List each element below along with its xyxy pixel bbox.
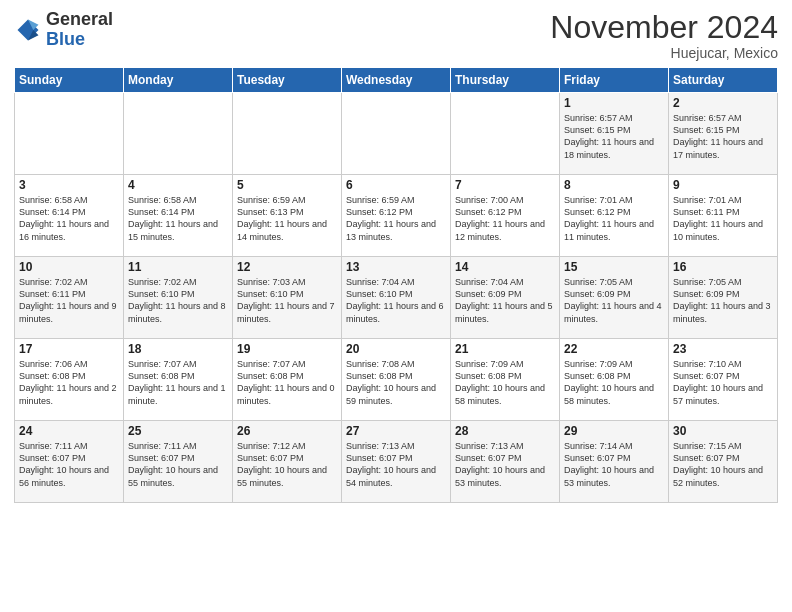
day-info: Sunrise: 7:04 AM Sunset: 6:09 PM Dayligh… xyxy=(455,276,555,325)
calendar-week-0: 1Sunrise: 6:57 AM Sunset: 6:15 PM Daylig… xyxy=(15,93,778,175)
calendar-cell: 30Sunrise: 7:15 AM Sunset: 6:07 PM Dayli… xyxy=(669,421,778,503)
calendar-week-2: 10Sunrise: 7:02 AM Sunset: 6:11 PM Dayli… xyxy=(15,257,778,339)
day-info: Sunrise: 6:59 AM Sunset: 6:13 PM Dayligh… xyxy=(237,194,337,243)
day-number: 10 xyxy=(19,260,119,274)
day-info: Sunrise: 6:57 AM Sunset: 6:15 PM Dayligh… xyxy=(564,112,664,161)
day-info: Sunrise: 6:59 AM Sunset: 6:12 PM Dayligh… xyxy=(346,194,446,243)
day-number: 9 xyxy=(673,178,773,192)
weekday-header-friday: Friday xyxy=(560,68,669,93)
calendar-cell: 16Sunrise: 7:05 AM Sunset: 6:09 PM Dayli… xyxy=(669,257,778,339)
day-info: Sunrise: 7:13 AM Sunset: 6:07 PM Dayligh… xyxy=(346,440,446,489)
calendar-body: 1Sunrise: 6:57 AM Sunset: 6:15 PM Daylig… xyxy=(15,93,778,503)
day-info: Sunrise: 7:10 AM Sunset: 6:07 PM Dayligh… xyxy=(673,358,773,407)
calendar-cell: 21Sunrise: 7:09 AM Sunset: 6:08 PM Dayli… xyxy=(451,339,560,421)
calendar-table: SundayMondayTuesdayWednesdayThursdayFrid… xyxy=(14,67,778,503)
day-number: 28 xyxy=(455,424,555,438)
calendar-cell: 3Sunrise: 6:58 AM Sunset: 6:14 PM Daylig… xyxy=(15,175,124,257)
weekday-header-saturday: Saturday xyxy=(669,68,778,93)
calendar-cell: 2Sunrise: 6:57 AM Sunset: 6:15 PM Daylig… xyxy=(669,93,778,175)
day-number: 18 xyxy=(128,342,228,356)
calendar-cell: 23Sunrise: 7:10 AM Sunset: 6:07 PM Dayli… xyxy=(669,339,778,421)
day-number: 25 xyxy=(128,424,228,438)
day-number: 20 xyxy=(346,342,446,356)
calendar-cell: 24Sunrise: 7:11 AM Sunset: 6:07 PM Dayli… xyxy=(15,421,124,503)
location-subtitle: Huejucar, Mexico xyxy=(550,45,778,61)
day-info: Sunrise: 7:07 AM Sunset: 6:08 PM Dayligh… xyxy=(128,358,228,407)
calendar-cell: 10Sunrise: 7:02 AM Sunset: 6:11 PM Dayli… xyxy=(15,257,124,339)
day-number: 6 xyxy=(346,178,446,192)
calendar-cell: 29Sunrise: 7:14 AM Sunset: 6:07 PM Dayli… xyxy=(560,421,669,503)
day-number: 1 xyxy=(564,96,664,110)
day-number: 17 xyxy=(19,342,119,356)
page-container: General Blue November 2024 Huejucar, Mex… xyxy=(0,0,792,513)
day-number: 7 xyxy=(455,178,555,192)
calendar-cell: 28Sunrise: 7:13 AM Sunset: 6:07 PM Dayli… xyxy=(451,421,560,503)
day-number: 26 xyxy=(237,424,337,438)
day-number: 15 xyxy=(564,260,664,274)
day-number: 27 xyxy=(346,424,446,438)
calendar-cell: 8Sunrise: 7:01 AM Sunset: 6:12 PM Daylig… xyxy=(560,175,669,257)
day-number: 3 xyxy=(19,178,119,192)
day-info: Sunrise: 7:06 AM Sunset: 6:08 PM Dayligh… xyxy=(19,358,119,407)
day-info: Sunrise: 7:11 AM Sunset: 6:07 PM Dayligh… xyxy=(19,440,119,489)
calendar-cell: 13Sunrise: 7:04 AM Sunset: 6:10 PM Dayli… xyxy=(342,257,451,339)
day-info: Sunrise: 7:15 AM Sunset: 6:07 PM Dayligh… xyxy=(673,440,773,489)
svg-marker-0 xyxy=(18,19,39,40)
calendar-cell: 7Sunrise: 7:00 AM Sunset: 6:12 PM Daylig… xyxy=(451,175,560,257)
day-info: Sunrise: 7:00 AM Sunset: 6:12 PM Dayligh… xyxy=(455,194,555,243)
day-number: 30 xyxy=(673,424,773,438)
day-info: Sunrise: 7:05 AM Sunset: 6:09 PM Dayligh… xyxy=(673,276,773,325)
logo: General Blue xyxy=(14,10,113,50)
weekday-header-sunday: Sunday xyxy=(15,68,124,93)
weekday-row: SundayMondayTuesdayWednesdayThursdayFrid… xyxy=(15,68,778,93)
day-info: Sunrise: 6:57 AM Sunset: 6:15 PM Dayligh… xyxy=(673,112,773,161)
calendar-cell: 1Sunrise: 6:57 AM Sunset: 6:15 PM Daylig… xyxy=(560,93,669,175)
day-info: Sunrise: 7:09 AM Sunset: 6:08 PM Dayligh… xyxy=(455,358,555,407)
calendar-header: SundayMondayTuesdayWednesdayThursdayFrid… xyxy=(15,68,778,93)
calendar-cell xyxy=(451,93,560,175)
calendar-cell: 4Sunrise: 6:58 AM Sunset: 6:14 PM Daylig… xyxy=(124,175,233,257)
calendar-cell: 11Sunrise: 7:02 AM Sunset: 6:10 PM Dayli… xyxy=(124,257,233,339)
calendar-cell xyxy=(15,93,124,175)
logo-icon xyxy=(14,16,42,44)
calendar-cell: 15Sunrise: 7:05 AM Sunset: 6:09 PM Dayli… xyxy=(560,257,669,339)
month-title: November 2024 xyxy=(550,10,778,45)
calendar-cell: 20Sunrise: 7:08 AM Sunset: 6:08 PM Dayli… xyxy=(342,339,451,421)
calendar-cell: 12Sunrise: 7:03 AM Sunset: 6:10 PM Dayli… xyxy=(233,257,342,339)
title-block: November 2024 Huejucar, Mexico xyxy=(550,10,778,61)
calendar-cell xyxy=(124,93,233,175)
calendar-cell: 18Sunrise: 7:07 AM Sunset: 6:08 PM Dayli… xyxy=(124,339,233,421)
day-number: 21 xyxy=(455,342,555,356)
weekday-header-monday: Monday xyxy=(124,68,233,93)
calendar-cell: 9Sunrise: 7:01 AM Sunset: 6:11 PM Daylig… xyxy=(669,175,778,257)
calendar-cell: 25Sunrise: 7:11 AM Sunset: 6:07 PM Dayli… xyxy=(124,421,233,503)
calendar-cell: 14Sunrise: 7:04 AM Sunset: 6:09 PM Dayli… xyxy=(451,257,560,339)
day-info: Sunrise: 7:05 AM Sunset: 6:09 PM Dayligh… xyxy=(564,276,664,325)
calendar-cell xyxy=(233,93,342,175)
day-info: Sunrise: 7:12 AM Sunset: 6:07 PM Dayligh… xyxy=(237,440,337,489)
day-number: 24 xyxy=(19,424,119,438)
calendar-cell: 27Sunrise: 7:13 AM Sunset: 6:07 PM Dayli… xyxy=(342,421,451,503)
calendar-week-1: 3Sunrise: 6:58 AM Sunset: 6:14 PM Daylig… xyxy=(15,175,778,257)
day-number: 16 xyxy=(673,260,773,274)
day-info: Sunrise: 6:58 AM Sunset: 6:14 PM Dayligh… xyxy=(128,194,228,243)
day-info: Sunrise: 7:13 AM Sunset: 6:07 PM Dayligh… xyxy=(455,440,555,489)
calendar-week-3: 17Sunrise: 7:06 AM Sunset: 6:08 PM Dayli… xyxy=(15,339,778,421)
day-number: 4 xyxy=(128,178,228,192)
day-number: 14 xyxy=(455,260,555,274)
day-number: 22 xyxy=(564,342,664,356)
calendar-cell: 17Sunrise: 7:06 AM Sunset: 6:08 PM Dayli… xyxy=(15,339,124,421)
weekday-header-thursday: Thursday xyxy=(451,68,560,93)
day-info: Sunrise: 7:02 AM Sunset: 6:10 PM Dayligh… xyxy=(128,276,228,325)
calendar-week-4: 24Sunrise: 7:11 AM Sunset: 6:07 PM Dayli… xyxy=(15,421,778,503)
page-header: General Blue November 2024 Huejucar, Mex… xyxy=(14,10,778,61)
day-number: 23 xyxy=(673,342,773,356)
day-info: Sunrise: 7:14 AM Sunset: 6:07 PM Dayligh… xyxy=(564,440,664,489)
day-info: Sunrise: 6:58 AM Sunset: 6:14 PM Dayligh… xyxy=(19,194,119,243)
day-number: 13 xyxy=(346,260,446,274)
weekday-header-wednesday: Wednesday xyxy=(342,68,451,93)
day-info: Sunrise: 7:11 AM Sunset: 6:07 PM Dayligh… xyxy=(128,440,228,489)
logo-blue: Blue xyxy=(46,29,85,49)
day-info: Sunrise: 7:04 AM Sunset: 6:10 PM Dayligh… xyxy=(346,276,446,325)
day-number: 11 xyxy=(128,260,228,274)
